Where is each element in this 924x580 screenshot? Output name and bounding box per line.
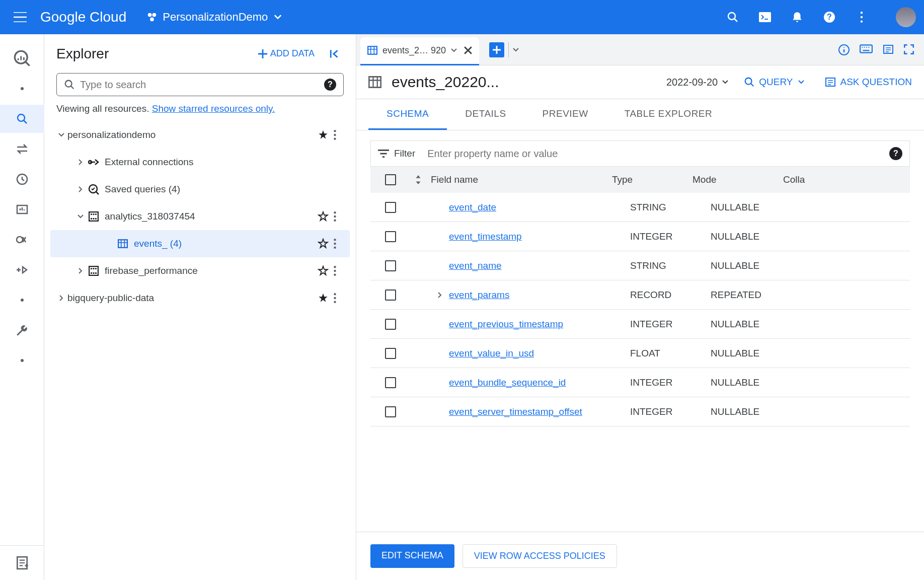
rail-bigquery[interactable] [8, 44, 36, 72]
cloud-shell-button[interactable] [755, 7, 775, 27]
date-selector[interactable]: 2022-09-20 [666, 77, 729, 88]
keyboard-button[interactable] [860, 44, 873, 55]
tab-dropdown-button[interactable] [513, 48, 519, 52]
rail-settings[interactable] [8, 316, 36, 344]
field-mode: NULLABLE [711, 377, 801, 388]
new-tab-button[interactable] [489, 42, 504, 57]
history-button[interactable] [883, 44, 894, 55]
tab-details[interactable]: DETAILS [447, 99, 524, 130]
add-data-button[interactable]: ADD DATA [253, 44, 320, 63]
star-button[interactable] [318, 293, 334, 304]
search-input[interactable] [80, 79, 324, 91]
row-checkbox[interactable] [385, 377, 396, 388]
collapse-panel-button[interactable] [326, 45, 344, 63]
field-name-link[interactable]: event_name [449, 260, 502, 271]
star-button[interactable] [318, 265, 334, 276]
tree-menu-button[interactable] [334, 130, 350, 140]
menu-button[interactable] [8, 5, 32, 29]
fullscreen-button[interactable] [904, 44, 914, 55]
header-type[interactable]: Type [612, 174, 692, 185]
chevron-down-icon[interactable] [451, 48, 457, 52]
tree-menu-button[interactable] [334, 266, 350, 276]
tab-schema[interactable]: SCHEMA [368, 99, 447, 130]
field-name-link[interactable]: event_date [449, 202, 496, 212]
expand-icon[interactable] [74, 210, 87, 223]
rail-migration[interactable] [8, 256, 36, 284]
field-name-link[interactable]: event_timestamp [449, 231, 522, 242]
header-field-name[interactable]: Field name [431, 174, 612, 185]
tab-events[interactable]: events_2… 920 [360, 37, 479, 65]
star-button[interactable] [318, 129, 334, 140]
tree-saved-queries[interactable]: Saved queries (4) [50, 176, 350, 203]
field-name-link[interactable]: event_bundle_sequence_id [449, 377, 566, 388]
svg-rect-51 [860, 45, 872, 52]
expand-field-button[interactable] [431, 292, 449, 298]
close-tab-button[interactable] [464, 46, 472, 54]
field-name-link[interactable]: event_value_in_usd [449, 348, 534, 358]
search-icon [744, 77, 755, 88]
field-name-link[interactable]: event_server_timestamp_offset [449, 406, 582, 417]
row-checkbox[interactable] [385, 231, 396, 242]
help-button[interactable]: ? [819, 7, 839, 27]
avatar[interactable] [896, 7, 916, 27]
explorer-search[interactable]: ? [56, 73, 344, 96]
edit-schema-button[interactable]: EDIT SCHEMA [370, 544, 454, 568]
search-button[interactable] [723, 7, 743, 27]
tree-menu-button[interactable] [334, 239, 350, 249]
row-checkbox[interactable] [385, 348, 396, 359]
sort-button[interactable] [406, 175, 431, 184]
svg-point-19 [334, 138, 336, 140]
tree-menu-button[interactable] [334, 293, 350, 303]
search-help-button[interactable]: ? [324, 79, 336, 91]
ask-question-button[interactable]: ASK QUESTION [825, 77, 912, 88]
rail-transfers[interactable] [8, 135, 36, 163]
logo[interactable]: Google Cloud [40, 9, 126, 25]
notifications-button[interactable] [787, 7, 807, 27]
rail-dot-3[interactable] [8, 346, 36, 375]
filter-input[interactable] [427, 148, 889, 160]
rail-reservations[interactable] [8, 195, 36, 224]
field-name-link[interactable]: event_params [449, 289, 509, 300]
row-checkbox[interactable] [385, 319, 396, 330]
expand-icon[interactable] [74, 265, 87, 277]
field-name-link[interactable]: event_previous_timestamp [449, 319, 563, 329]
tree-external-connections[interactable]: External connections [50, 149, 350, 176]
star-button[interactable] [318, 211, 334, 222]
project-selector[interactable]: PersonalizationDemo [141, 8, 287, 27]
chevron-down-icon [274, 15, 282, 20]
tree-project-personalization[interactable]: personalizationdemo [50, 121, 350, 149]
rail-bi-engine[interactable] [8, 226, 36, 254]
header-collation[interactable]: Colla [783, 174, 905, 185]
query-button[interactable]: QUERY [744, 77, 805, 88]
show-starred-link[interactable]: Show starred resources only. [152, 103, 275, 114]
star-button[interactable] [318, 238, 334, 249]
rail-notes[interactable] [0, 545, 44, 580]
info-button[interactable] [838, 44, 850, 55]
tree-menu-button[interactable] [334, 211, 350, 222]
tree-table-events[interactable]: events_ (4) [50, 230, 350, 257]
row-checkbox[interactable] [385, 260, 396, 271]
expand-icon[interactable] [55, 292, 67, 304]
tab-preview[interactable]: PREVIEW [524, 99, 606, 130]
tree-dataset-analytics[interactable]: analytics_318037454 [50, 203, 350, 230]
rail-dot-2[interactable] [8, 286, 36, 314]
filter-help-button[interactable]: ? [889, 147, 902, 160]
tree-project-bigquery-public[interactable]: bigquery-public-data [50, 284, 350, 312]
expand-icon[interactable] [74, 156, 87, 168]
view-policies-button[interactable]: VIEW ROW ACCESS POLICIES [463, 544, 617, 568]
field-mode: NULLABLE [711, 348, 801, 359]
row-checkbox[interactable] [385, 406, 396, 417]
row-checkbox[interactable] [385, 289, 396, 301]
header-mode[interactable]: Mode [692, 174, 783, 185]
rail-dot-1[interactable] [8, 75, 36, 103]
rail-search[interactable] [0, 105, 44, 133]
row-checkbox[interactable] [385, 202, 396, 213]
select-all-checkbox[interactable] [385, 174, 396, 185]
more-button[interactable] [852, 7, 872, 27]
expand-icon[interactable] [55, 129, 67, 141]
content-panel: events_2… 920 events_20220... 2022-09-20 [356, 34, 924, 580]
tab-table-explorer[interactable]: TABLE EXPLORER [606, 99, 731, 130]
tree-dataset-firebase[interactable]: firebase_performance [50, 257, 350, 284]
rail-scheduled[interactable] [8, 165, 36, 193]
expand-icon[interactable] [74, 183, 87, 195]
